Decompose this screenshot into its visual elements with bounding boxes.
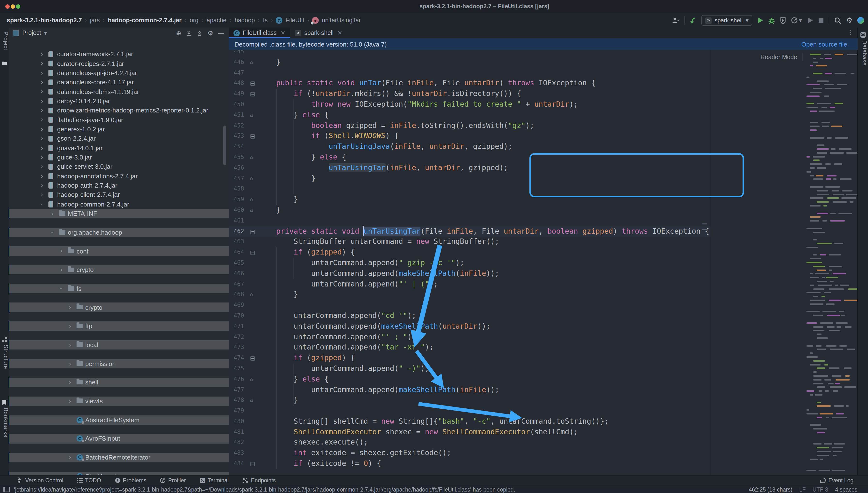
fold-marker-icon[interactable]: ⌂ <box>250 291 253 298</box>
line-number[interactable]: 453 <box>229 131 244 142</box>
line-number[interactable]: 476 <box>229 374 244 385</box>
chevron-right-icon[interactable]: › <box>41 79 43 86</box>
fold-marker-icon[interactable] <box>250 356 255 361</box>
code-line[interactable]: 452 boolean gzipped = inFile.toString().… <box>229 121 711 131</box>
line-number[interactable]: 460 <box>229 205 244 216</box>
tool-window-switcher-icon[interactable] <box>3 487 10 492</box>
indent-indicator[interactable]: 4 spaces <box>835 487 857 492</box>
line-number[interactable]: 465 <box>229 258 244 269</box>
breadcrumb-item[interactable]: unTarUsingTar <box>322 17 361 24</box>
code-line[interactable]: 449 if (!untarDir.mkdirs() && !untarDir.… <box>229 89 711 99</box>
tree-item[interactable]: ›shell <box>9 378 229 387</box>
tool-window-button-terminal[interactable]: Terminal <box>199 477 229 483</box>
breadcrumb-item[interactable]: apache <box>207 17 226 24</box>
event-log-button[interactable]: Event Log <box>820 477 853 483</box>
chevron-right-icon[interactable]: › <box>69 304 71 311</box>
line-number[interactable]: 481 <box>229 427 244 437</box>
editor-options-kebab-icon[interactable]: ⋮ <box>848 28 854 36</box>
fold-marker-icon[interactable] <box>250 251 255 255</box>
tree-item[interactable]: ›crypto <box>9 303 229 312</box>
chevron-right-icon[interactable]: › <box>41 144 43 151</box>
line-number[interactable]: 452 <box>229 121 244 131</box>
code-line[interactable]: 481 ShellCommandExecutor shexec = new Sh… <box>229 427 711 437</box>
fold-marker-icon[interactable]: ⌂ <box>250 154 253 161</box>
line-number[interactable]: 458 <box>229 184 244 195</box>
breadcrumb-item[interactable]: spark-3.2.1-bin-hadoop2.7 <box>7 17 82 24</box>
tree-item[interactable]: CBlockLocation <box>9 471 229 475</box>
code-line[interactable]: 463 StringBuffer untarCommand = new Stri… <box>229 237 711 248</box>
chevron-down-icon[interactable]: › <box>38 203 46 205</box>
chevron-right-icon[interactable]: › <box>41 172 43 179</box>
settings-gear-icon[interactable]: ⚙ <box>846 16 852 25</box>
run-with-coverage-button[interactable] <box>780 17 786 24</box>
line-number[interactable]: 464 <box>229 247 244 258</box>
line-number[interactable]: 450 <box>229 99 244 110</box>
code-line[interactable]: 483 int exitcode = shexec.getExitCode(); <box>229 448 711 459</box>
fold-marker-icon[interactable] <box>250 82 255 86</box>
code-line[interactable]: 453 if (Shell.WINDOWS) { <box>229 131 711 142</box>
code-line[interactable]: 466 untarCommand.append(makeShellPath(in… <box>229 268 711 279</box>
breadcrumb-item[interactable]: org <box>190 17 198 24</box>
chevron-right-icon[interactable]: › <box>69 454 71 461</box>
tool-window-button-version-control[interactable]: Version Control <box>18 477 63 483</box>
chevron-right-icon[interactable]: › <box>41 107 43 114</box>
tool-window-button-endpoints[interactable]: Endpoints <box>242 477 276 483</box>
breadcrumb-item[interactable]: fs <box>263 17 268 24</box>
fold-marker-icon[interactable]: ⌂ <box>250 397 253 404</box>
line-number[interactable]: 455 <box>229 152 244 163</box>
line-number[interactable]: 475 <box>229 364 244 374</box>
code-line[interactable]: 476⌂ } else { <box>229 374 711 385</box>
chevron-right-icon[interactable]: › <box>69 379 71 386</box>
search-everywhere-icon[interactable] <box>834 17 841 24</box>
line-number[interactable]: 447 <box>229 68 244 78</box>
chevron-right-icon[interactable]: › <box>60 248 63 255</box>
code-line[interactable]: 478⌂ } <box>229 395 711 406</box>
tool-window-button-problems[interactable]: Problems <box>115 477 146 483</box>
chevron-right-icon[interactable]: › <box>69 322 71 330</box>
tree-item[interactable]: ›conf <box>9 246 229 256</box>
code-line[interactable]: 467 untarCommand.append("' | ("); <box>229 279 711 290</box>
code-line[interactable]: 462 private static void unTarUsingTar(Fi… <box>229 226 711 237</box>
fold-marker-icon[interactable]: ⌂ <box>250 59 253 66</box>
close-icon[interactable]: ✕ <box>337 29 342 36</box>
fold-marker-icon[interactable]: ⌂ <box>250 175 253 182</box>
fold-marker-icon[interactable] <box>250 230 255 234</box>
tree-scrollbar[interactable] <box>223 126 226 165</box>
tree-item[interactable]: ›fs <box>9 284 229 293</box>
line-number[interactable]: 451 <box>229 110 244 121</box>
chevron-right-icon[interactable]: › <box>41 191 43 198</box>
breadcrumb-item[interactable]: hadoop <box>235 17 255 24</box>
tree-item[interactable]: ›hadoop-annotations-2.7.4.jar <box>9 171 229 181</box>
profiler-button[interactable]: ▼ <box>791 17 802 24</box>
tree-item[interactable]: ›dropwizard-metrics-hadoop-metrics2-repo… <box>9 106 229 115</box>
line-number[interactable]: 463 <box>229 237 244 248</box>
line-number[interactable]: 462 <box>229 226 244 237</box>
line-number[interactable]: 449 <box>229 89 244 99</box>
chevron-right-icon[interactable]: › <box>69 360 71 367</box>
line-number[interactable]: 479 <box>229 406 244 416</box>
chevron-right-icon[interactable]: › <box>41 154 43 161</box>
caret-position[interactable]: 462:25 (13 chars) <box>749 487 793 492</box>
code-line[interactable]: 450 throw new IOException("Mkdirs failed… <box>229 99 711 110</box>
line-ending-indicator[interactable]: LF <box>799 487 806 492</box>
tree-item[interactable]: ›datanucleus-rdbms-4.1.19.jar <box>9 87 229 97</box>
user-account-icon[interactable] <box>672 17 680 24</box>
tool-window-button-todo[interactable]: TODO <box>77 477 101 483</box>
minimize-window-button[interactable] <box>11 4 15 9</box>
fold-marker-icon[interactable] <box>250 134 255 139</box>
line-number[interactable]: 474 <box>229 353 244 364</box>
line-number[interactable]: 482 <box>229 437 244 448</box>
maximize-window-button[interactable] <box>16 4 20 9</box>
chevron-right-icon[interactable]: › <box>41 135 43 142</box>
tree-item[interactable]: ›local <box>9 340 229 350</box>
update-project-icon[interactable] <box>690 17 696 24</box>
code-line[interactable]: 484 if (exitcode != 0) { <box>229 458 711 469</box>
breadcrumb-item[interactable]: jars <box>90 17 99 24</box>
line-number[interactable]: 469 <box>229 300 244 311</box>
code-line[interactable]: 480 String[] shellCmd = new String[]{"ba… <box>229 416 711 427</box>
chevron-right-icon[interactable]: › <box>41 50 43 58</box>
fold-marker-icon[interactable] <box>250 92 255 97</box>
expand-all-icon[interactable] <box>186 30 192 36</box>
fold-marker-icon[interactable]: ⌂ <box>250 111 253 119</box>
close-window-button[interactable] <box>5 4 10 9</box>
